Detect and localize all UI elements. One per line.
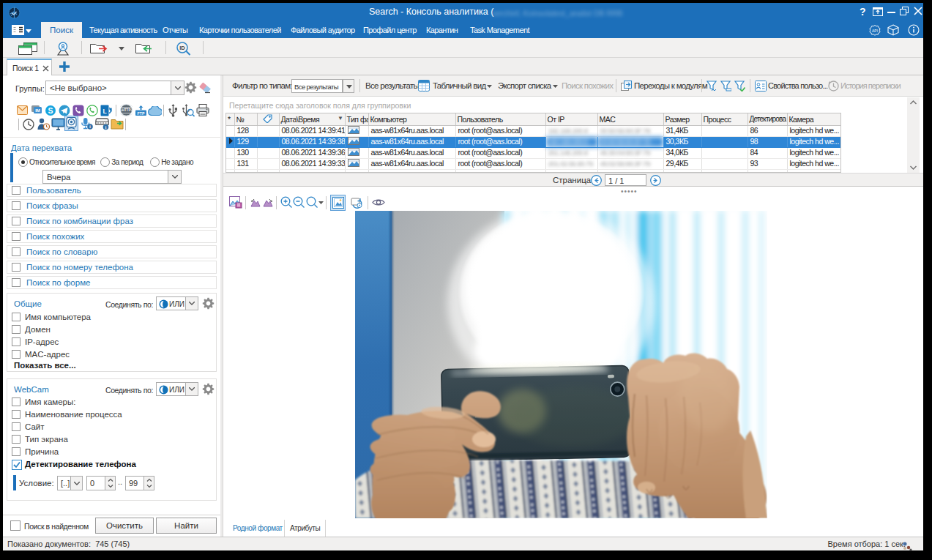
svg-text:L: L [102,108,106,115]
svg-text:S: S [48,106,53,115]
svg-text:IM: IM [35,108,40,113]
svg-text:API: API [872,29,878,33]
svg-text:HTTP: HTTP [122,108,131,112]
svg-text:ID: ID [179,45,185,51]
svg-text:FTP: FTP [138,111,145,116]
